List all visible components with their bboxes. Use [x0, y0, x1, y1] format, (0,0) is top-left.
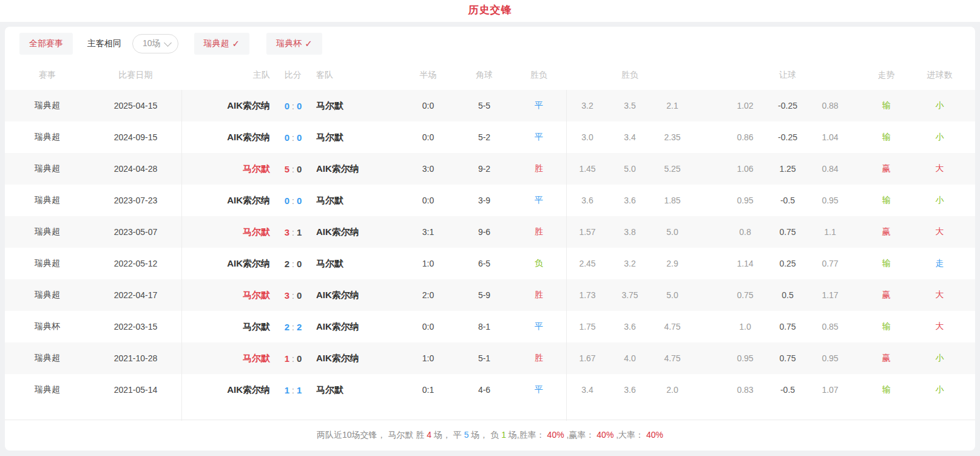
home-team-cell: AIK索尔纳	[181, 90, 275, 121]
trend-cell: 输	[851, 374, 921, 406]
same-home-away-tab[interactable]: 主客相同	[87, 38, 121, 49]
trend-cell: 赢	[851, 342, 921, 374]
spacer-cell	[694, 248, 724, 279]
away-goals: 0	[297, 132, 302, 143]
trend-cell: 赢	[851, 153, 921, 185]
date-cell: 2024-09-15	[90, 121, 181, 153]
handicap-home-cell: 1.02	[724, 90, 766, 121]
home-team-name: 马尔默	[243, 163, 270, 174]
corners-cell: 4-6	[457, 374, 512, 406]
score-colon: :	[289, 322, 297, 332]
result-cell: 平	[512, 185, 566, 216]
home-goals: 2	[285, 259, 289, 269]
goals-glyph: 小	[936, 100, 944, 110]
match-count-dropdown[interactable]: 10场	[132, 34, 178, 53]
trend-cell: 赢	[851, 216, 921, 248]
away-team-name: AIK索尔纳	[316, 290, 359, 300]
home-team-cell: AIK索尔纳	[181, 121, 275, 153]
match-row: 瑞典超2022-04-17马尔默3:0AIK索尔纳2:05-9胜1.733.75…	[5, 279, 975, 311]
trend-glyph: 赢	[882, 163, 891, 173]
summary-segment: 两队近10场交锋， 马尔默 胜	[317, 430, 427, 440]
spacer-cell	[694, 342, 724, 374]
all-matches-button[interactable]: 全部赛事	[19, 33, 73, 55]
result-glyph: 平	[535, 100, 543, 110]
halftime-cell: 0:0	[399, 90, 457, 121]
away-team-name: 马尔默	[316, 258, 343, 268]
odds-draw-cell: 3.6	[609, 311, 651, 342]
header-league: 赛事	[5, 61, 90, 90]
score-colon: :	[289, 165, 297, 174]
summary-segment: 场， 负	[468, 430, 501, 440]
handicap-away-cell: 0.95	[809, 185, 851, 216]
result-glyph: 平	[535, 321, 543, 331]
home-goals: 5	[285, 164, 289, 174]
odds-win-cell: 1.73	[566, 279, 609, 311]
odds-draw-cell: 3.5	[609, 90, 651, 121]
trend-cell: 输	[851, 90, 921, 121]
handicap-line-cell: 1.25	[766, 153, 809, 185]
trend-glyph: 输	[882, 321, 891, 331]
header-handicap-group: 让球	[724, 61, 851, 90]
handicap-away-cell: 0.84	[809, 153, 851, 185]
spacer-cell	[694, 90, 724, 121]
trend-cell: 输	[851, 185, 921, 216]
league-toggle-allsvenskan[interactable]: 瑞典超 ✓	[194, 33, 250, 55]
odds-win-cell: 1.57	[566, 216, 609, 248]
league-cell: 瑞典杯	[5, 311, 90, 342]
result-glyph: 胜	[535, 290, 543, 299]
result-glyph: 胜	[535, 226, 543, 236]
odds-draw-cell: 3.4	[609, 121, 651, 153]
league-toggle-svenska-cupen[interactable]: 瑞典杯 ✓	[266, 33, 322, 55]
goals-cell: 大	[921, 216, 975, 248]
header-date: 比赛日期	[90, 61, 181, 90]
score-cell: 1:0	[275, 342, 311, 374]
handicap-home-cell: 0.83	[724, 374, 766, 406]
home-team-cell: AIK索尔纳	[181, 248, 275, 279]
column-divider	[566, 90, 567, 421]
score-colon: :	[289, 386, 297, 395]
date-cell: 2024-04-28	[90, 153, 181, 185]
home-goals: 0	[285, 132, 289, 143]
league-cell: 瑞典超	[5, 374, 90, 406]
score-cell: 0:0	[275, 90, 311, 121]
corners-cell: 9-2	[457, 153, 512, 185]
league-cell: 瑞典超	[5, 279, 90, 311]
score-cell: 0:0	[275, 121, 311, 153]
home-goals: 3	[285, 227, 289, 237]
filter-bar: 全部赛事 主客相同 10场 瑞典超 ✓ 瑞典杯 ✓	[5, 27, 975, 61]
trend-glyph: 赢	[882, 290, 891, 299]
handicap-home-cell: 0.8	[724, 216, 766, 248]
handicap-away-cell: 1.07	[809, 374, 851, 406]
away-team-name: 马尔默	[316, 132, 343, 142]
goals-glyph: 大	[936, 321, 944, 331]
summary-segment: 场， 平	[431, 430, 464, 440]
summary-segment: 40%	[596, 430, 613, 440]
handicap-line-cell: 0.25	[766, 248, 809, 279]
away-goals: 0	[297, 101, 302, 111]
away-goals: 0	[297, 164, 302, 174]
header-home: 主队	[181, 61, 275, 90]
match-row: 瑞典超2021-10-28马尔默1:0AIK索尔纳1:05-1胜1.674.04…	[5, 342, 975, 374]
odds-draw-cell: 5.0	[609, 153, 651, 185]
handicap-home-cell: 1.14	[724, 248, 766, 279]
away-team-name: 马尔默	[316, 384, 343, 395]
handicap-line-cell: 0.5	[766, 279, 809, 311]
handicap-line-cell: -0.25	[766, 121, 809, 153]
odds-lose-cell: 4.75	[651, 311, 694, 342]
check-icon: ✓	[305, 38, 313, 49]
home-team-name: AIK索尔纳	[227, 384, 270, 395]
odds-lose-cell: 4.75	[651, 342, 694, 374]
league-cell: 瑞典超	[5, 90, 90, 121]
summary-segment: 40%	[547, 430, 564, 440]
goals-glyph: 大	[936, 163, 944, 173]
halftime-cell: 0:0	[399, 121, 457, 153]
result-cell: 负	[512, 248, 566, 279]
halftime-cell: 0:0	[399, 311, 457, 342]
corners-cell: 8-1	[457, 311, 512, 342]
odds-draw-cell: 3.8	[609, 216, 651, 248]
date-cell: 2023-05-07	[90, 216, 181, 248]
home-team-name: AIK索尔纳	[227, 132, 270, 142]
home-team-name: 马尔默	[243, 226, 270, 237]
away-goals: 0	[297, 353, 302, 364]
column-divider	[181, 90, 182, 421]
